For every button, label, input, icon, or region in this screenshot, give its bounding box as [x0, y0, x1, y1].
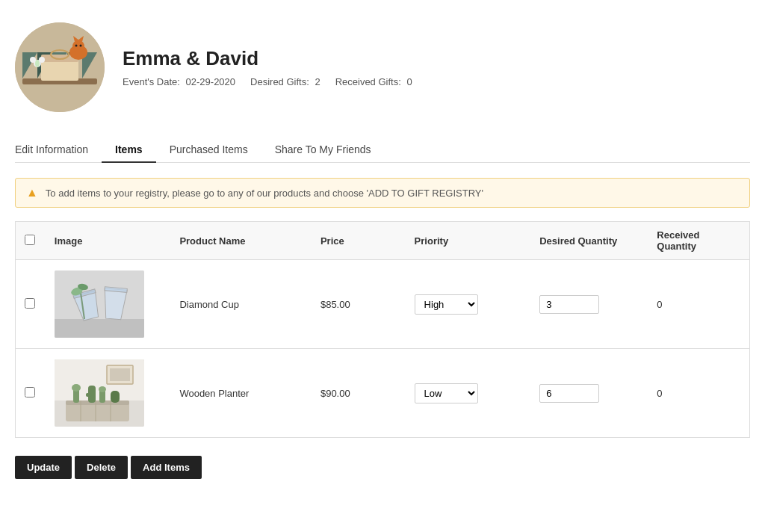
header-product-name: Product Name: [170, 222, 312, 260]
delete-button[interactable]: Delete: [75, 456, 128, 479]
tab-share-to-my-friends[interactable]: Share To My Friends: [261, 137, 385, 163]
row2-priority-cell: High Medium Low: [406, 349, 531, 438]
header-received-quantity: Received Quantity: [648, 222, 749, 260]
desired-gifts: Desired Gifts: 2: [250, 76, 320, 87]
header-desired-quantity: Desired Quantity: [530, 222, 648, 260]
add-items-button[interactable]: Add Items: [131, 456, 202, 479]
row1-desired-qty-cell: [530, 260, 648, 349]
alert-message: To add items to your registry, please go…: [46, 188, 483, 199]
row1-product-image: [55, 270, 144, 338]
svg-point-39: [72, 384, 81, 392]
row1-price: $85.00: [312, 260, 406, 349]
svg-point-11: [72, 40, 84, 52]
row1-received-qty: 0: [648, 260, 749, 349]
event-date-value: 02-29-2020: [186, 76, 236, 87]
header-image: Image: [46, 222, 171, 260]
row1-priority-select[interactable]: High Medium Low: [415, 294, 478, 315]
row2-product-name: Wooden Planter: [170, 349, 312, 438]
tab-edit-information[interactable]: Edit Information: [15, 137, 102, 163]
row2-checkbox[interactable]: [25, 387, 35, 398]
row2-checkbox-cell: [16, 349, 46, 438]
profile-header: Emma & David Event's Date: 02-29-2020 De…: [15, 15, 750, 120]
profile-info: Emma & David Event's Date: 02-29-2020 De…: [123, 47, 412, 87]
row1-checkbox-cell: [16, 260, 46, 349]
warning-icon: ▲: [26, 186, 38, 200]
svg-point-17: [30, 57, 36, 63]
row2-desired-qty-cell: [530, 349, 648, 438]
svg-rect-32: [110, 368, 130, 381]
svg-point-19: [35, 60, 40, 67]
row2-product-image: [55, 359, 144, 427]
row1-product-name: Diamond Cup: [170, 260, 312, 349]
tab-items[interactable]: Items: [102, 137, 156, 163]
row2-desired-qty-input[interactable]: [539, 384, 599, 403]
row2-image-cell: [46, 349, 171, 438]
event-date-label: Event's Date: 02-29-2020: [123, 76, 235, 87]
profile-meta: Event's Date: 02-29-2020 Desired Gifts: …: [123, 76, 412, 87]
table-header-row: Image Product Name Price Priority Desire…: [16, 222, 750, 260]
header-priority: Priority: [406, 222, 531, 260]
desired-gifts-value: 2: [315, 76, 320, 87]
bottom-actions: Update Delete Add Items: [15, 456, 750, 479]
svg-point-14: [75, 45, 78, 47]
header-checkbox: [16, 222, 46, 260]
svg-point-15: [80, 45, 82, 47]
row2-priority-select[interactable]: High Medium Low: [415, 383, 478, 403]
nav-tabs: Edit Information Items Purchased Items S…: [15, 137, 750, 163]
svg-rect-44: [111, 391, 120, 403]
items-table: Image Product Name Price Priority Desire…: [15, 221, 750, 438]
received-gifts: Received Gifts: 0: [335, 76, 412, 87]
alert-banner: ▲ To add items to your registry, please …: [15, 178, 750, 208]
row1-priority-cell: High Medium Low: [406, 260, 531, 349]
table-row: Diamond Cup $85.00 High Medium Low 0: [16, 260, 750, 349]
select-all-checkbox[interactable]: [25, 235, 35, 245]
row1-image-cell: [46, 260, 171, 349]
table-row: Wooden Planter $90.00 High Medium Low 0: [16, 349, 750, 438]
row2-received-qty: 0: [648, 349, 749, 438]
profile-name: Emma & David: [123, 47, 412, 70]
row2-price: $90.00: [312, 349, 406, 438]
tab-purchased-items[interactable]: Purchased Items: [156, 137, 261, 163]
update-button[interactable]: Update: [15, 456, 72, 479]
avatar: [15, 22, 105, 112]
svg-rect-21: [55, 319, 144, 338]
header-price: Price: [312, 222, 406, 260]
svg-point-18: [39, 57, 45, 63]
row1-checkbox[interactable]: [25, 298, 35, 309]
received-gifts-value: 0: [406, 76, 412, 87]
svg-point-43: [99, 386, 106, 392]
svg-rect-41: [86, 393, 92, 397]
row1-desired-qty-input[interactable]: [539, 295, 599, 314]
